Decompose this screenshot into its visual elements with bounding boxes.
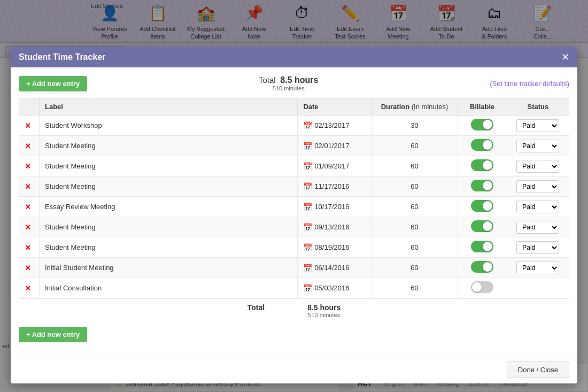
modal-header: Student Time Tracker ✕	[11, 47, 577, 67]
billable-toggle[interactable]	[471, 200, 493, 212]
row-status: PaidUnpaidPro Bono	[507, 217, 569, 237]
col-header-duration: Duration (In minutes)	[372, 98, 458, 116]
status-select[interactable]: PaidUnpaidPro Bono	[516, 119, 559, 132]
row-billable	[458, 197, 507, 217]
row-duration: 60	[372, 237, 458, 258]
billable-toggle[interactable]	[471, 119, 493, 130]
row-billable	[458, 116, 507, 136]
row-duration: 60	[372, 217, 458, 237]
status-select[interactable]: PaidUnpaidPro Bono	[516, 221, 559, 234]
delete-row-button[interactable]: ✕	[25, 284, 31, 293]
row-date: 📅11/17/2016	[298, 176, 372, 197]
status-select[interactable]: PaidUnpaidPro Bono	[516, 160, 559, 173]
row-label: Student Meeting	[39, 136, 297, 156]
row-date: 📅10/17/2016	[298, 197, 372, 217]
modal-overlay: Student Time Tracker ✕ + Add new entry T…	[0, 0, 588, 392]
row-duration: 60	[372, 278, 458, 298]
billable-toggle[interactable]	[471, 220, 493, 232]
status-select[interactable]: PaidUnpaidPro Bono	[516, 201, 559, 213]
add-new-entry-button-top[interactable]: + Add new entry	[19, 76, 87, 91]
row-billable	[458, 136, 507, 156]
row-billable	[458, 176, 507, 197]
row-billable	[458, 278, 507, 298]
status-select[interactable]: PaidUnpaidPro Bono	[516, 241, 559, 254]
footer-total-label: Total	[247, 303, 265, 318]
row-label: Initial Consultation	[39, 278, 297, 298]
row-billable	[458, 156, 507, 176]
modal-title: Student Time Tracker	[19, 52, 105, 62]
row-duration: 60	[372, 136, 458, 156]
billable-toggle[interactable]	[471, 241, 493, 252]
row-date: 📅06/14/2016	[298, 258, 372, 278]
row-duration: 60	[372, 176, 458, 197]
billable-toggle[interactable]	[471, 159, 493, 171]
row-duration: 60	[372, 156, 458, 176]
row-billable	[458, 217, 507, 237]
row-date: 📅05/03/2016	[298, 278, 372, 298]
delete-row-button[interactable]: ✕	[25, 121, 31, 130]
row-status: PaidUnpaidPro Bono	[507, 237, 569, 258]
row-label: Essay Review Meeting	[39, 197, 297, 217]
total-info: Total 8.5 hours 510 minutes	[259, 75, 318, 91]
billable-toggle[interactable]	[471, 281, 493, 293]
status-select[interactable]: PaidUnpaidPro Bono	[516, 262, 559, 274]
row-label: Student Meeting	[39, 176, 297, 197]
status-select[interactable]: PaidUnpaidPro Bono	[516, 180, 559, 193]
total-label: Total	[259, 75, 276, 84]
add-new-entry-button-bottom[interactable]: + Add new entry	[19, 327, 87, 342]
table-row: ✕Student Meeting📅01/09/201760PaidUnpaidP…	[19, 156, 569, 176]
col-header-delete	[19, 98, 40, 116]
row-status: PaidUnpaidPro Bono	[507, 156, 569, 176]
row-date: 📅08/19/2016	[298, 237, 372, 258]
done-close-button[interactable]: Done / Close	[507, 362, 569, 378]
footer-total-value: 8.5 hours 510 minutes	[307, 303, 341, 318]
row-status: PaidUnpaidPro Bono	[507, 176, 569, 197]
total-hours: 8.5 hours	[280, 75, 318, 84]
col-header-status: Status	[507, 98, 569, 116]
row-label: Student Meeting	[39, 237, 297, 258]
row-date: 📅02/13/2017	[298, 116, 372, 136]
total-minutes: 510 minutes	[259, 85, 318, 91]
row-label: Student Meeting	[39, 156, 297, 176]
modal-body: + Add new entry Total 8.5 hours 510 minu…	[11, 67, 577, 350]
set-defaults-link[interactable]: (Set time tracker defaults)	[490, 80, 569, 88]
row-duration: 60	[372, 197, 458, 217]
row-billable	[458, 258, 507, 278]
delete-row-button[interactable]: ✕	[25, 142, 31, 150]
billable-toggle[interactable]	[471, 261, 493, 273]
row-billable	[458, 237, 507, 258]
footer-total-hours: 8.5 hours	[307, 303, 341, 312]
table-row: ✕Student Workshop📅02/13/201730PaidUnpaid…	[19, 116, 569, 136]
billable-toggle[interactable]	[471, 139, 493, 151]
row-label: Initial Student Meeting	[39, 258, 297, 278]
row-duration: 30	[372, 116, 458, 136]
row-status: PaidUnpaidPro Bono	[507, 197, 569, 217]
billable-toggle[interactable]	[471, 180, 493, 191]
footer-total-minutes: 510 minutes	[307, 312, 341, 318]
delete-row-button[interactable]: ✕	[25, 182, 31, 191]
status-select[interactable]: PaidUnpaidPro Bono	[516, 140, 559, 152]
table-row: ✕Student Meeting📅08/19/201660PaidUnpaidP…	[19, 237, 569, 258]
table-row: ✕Student Meeting📅02/01/201760PaidUnpaidP…	[19, 136, 569, 156]
delete-row-button[interactable]: ✕	[25, 243, 31, 252]
table-row: ✕Essay Review Meeting📅10/17/201660PaidUn…	[19, 197, 569, 217]
row-status: PaidUnpaidPro Bono	[507, 136, 569, 156]
delete-row-button[interactable]: ✕	[25, 223, 31, 232]
row-label: Student Workshop	[39, 116, 297, 136]
row-date: 📅02/01/2017	[298, 136, 372, 156]
delete-row-button[interactable]: ✕	[25, 162, 31, 171]
modal-top-bar: + Add new entry Total 8.5 hours 510 minu…	[19, 75, 569, 91]
col-header-date: Date	[298, 98, 372, 116]
row-duration: 60	[372, 258, 458, 278]
row-label: Student Meeting	[39, 217, 297, 237]
row-status: PaidUnpaidPro Bono	[507, 258, 569, 278]
modal-close-button[interactable]: ✕	[561, 52, 569, 62]
time-tracker-table: Label Date Duration (In minutes) Billabl…	[19, 98, 569, 298]
row-date: 📅09/13/2016	[298, 217, 372, 237]
modal-footer: Done / Close	[11, 356, 577, 383]
delete-row-button[interactable]: ✕	[25, 203, 31, 211]
table-row: ✕Student Meeting📅11/17/201660PaidUnpaidP…	[19, 176, 569, 197]
delete-row-button[interactable]: ✕	[25, 264, 31, 272]
student-time-tracker-modal: Student Time Tracker ✕ + Add new entry T…	[11, 47, 577, 383]
col-header-label: Label	[39, 98, 297, 116]
